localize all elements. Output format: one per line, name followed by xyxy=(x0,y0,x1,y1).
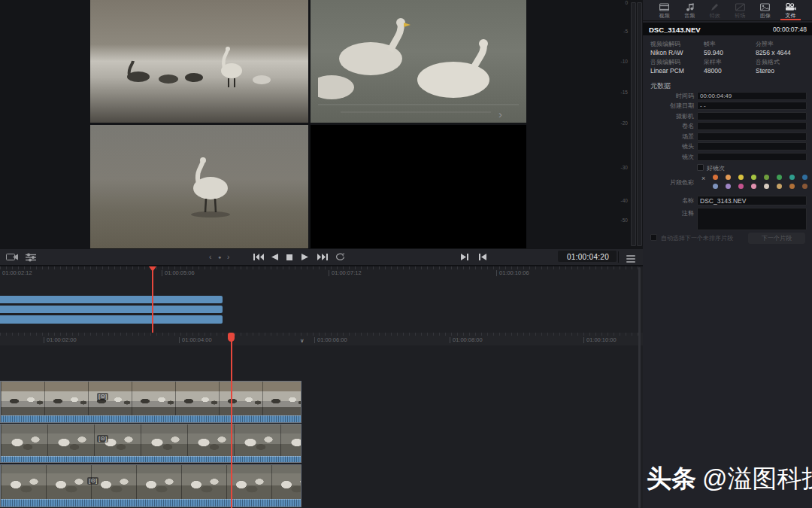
next-clip-button[interactable]: 下一个片段 xyxy=(748,233,805,244)
play-around-icon[interactable] xyxy=(461,251,468,263)
timeline[interactable]: 01:00:02:00 01:00:04:00 01:00:06:00 01:0… xyxy=(0,333,643,508)
timeline-ruler[interactable]: 01:00:02:00 01:00:04:00 01:00:06:00 01:0… xyxy=(0,333,643,345)
auto-select-label: 自动选择下一个未排序片段 xyxy=(661,236,733,242)
name-field[interactable] xyxy=(697,196,807,205)
notes-field[interactable] xyxy=(697,208,807,230)
timeline-clip-3[interactable]: [⊙] xyxy=(0,464,301,507)
trim-left-icon[interactable]: ‹ xyxy=(209,251,211,263)
watermark: 头条@溢图科技 xyxy=(647,464,812,494)
timeline-clip-1[interactable]: [⊙] xyxy=(0,381,301,423)
video-codec-label: 视频编解码 xyxy=(650,41,680,47)
clip-color-swatch[interactable] xyxy=(726,175,731,180)
clip-color-swatch[interactable] xyxy=(751,175,756,180)
trim-point-icon[interactable]: ● xyxy=(218,251,221,263)
timecode-field[interactable] xyxy=(697,92,807,100)
tab-transition[interactable]: 转场 xyxy=(728,0,753,20)
tab-audio[interactable]: 音频 xyxy=(677,0,702,20)
mini-track-audio2[interactable] xyxy=(0,315,223,324)
image-icon xyxy=(760,3,770,11)
camera-label: 摄影机 xyxy=(643,114,694,120)
clip-color-swatch[interactable] xyxy=(764,175,769,180)
playhead[interactable] xyxy=(231,333,232,508)
date-created-field[interactable] xyxy=(697,102,807,110)
ruler-label: 01:00:05:06 xyxy=(162,270,195,276)
skip-to-start-icon[interactable] xyxy=(253,251,264,263)
audio-sync-badge: [⊙] xyxy=(87,477,98,485)
timeline-options-menu-icon[interactable] xyxy=(626,251,635,265)
sample-rate-value: 48000 xyxy=(704,68,722,75)
clip-color-label: 片段色彩 xyxy=(643,180,694,186)
tab-effects[interactable]: 特效 xyxy=(702,0,727,20)
clip-filename: DSC_3143.NEV xyxy=(649,26,701,34)
roll-label: 卷名 xyxy=(643,123,694,129)
playhead-timecode: 01:00:04:20 xyxy=(562,253,614,261)
transition-icon xyxy=(735,3,745,11)
watermark-bold: 头条 xyxy=(647,464,696,492)
play-reverse-icon[interactable] xyxy=(271,251,278,263)
mini-timeline[interactable]: 01:00:02:12 01:00:05:06 01:00:07:12 01:0… xyxy=(0,266,643,334)
play-icon[interactable] xyxy=(301,251,308,263)
audio-meters: 0 -5 -10 -15 -20 -30 -40 -50 xyxy=(615,0,643,249)
clip-color-swatch[interactable] xyxy=(789,175,795,180)
clip-color-swatch[interactable] xyxy=(802,184,807,189)
clip-color-swatch[interactable] xyxy=(789,184,795,189)
loop-icon[interactable] xyxy=(335,251,345,263)
clip-color-swatch[interactable] xyxy=(738,184,744,189)
next-clip-chevron-icon[interactable]: › xyxy=(498,108,502,120)
clip-thumbnails xyxy=(1,465,301,499)
timeline-tools-icon[interactable] xyxy=(26,251,38,263)
stop-icon[interactable] xyxy=(286,251,292,263)
source-clip-mode-icon[interactable] xyxy=(6,251,19,263)
video-icon xyxy=(659,3,669,11)
mini-timeline-ruler[interactable] xyxy=(0,266,643,269)
mini-track-video[interactable] xyxy=(0,296,223,303)
frame-rate-value: 59.940 xyxy=(704,50,723,56)
mini-track-audio1[interactable] xyxy=(0,306,223,313)
clip-color-swatch[interactable] xyxy=(777,184,782,189)
inspector-panel: 视频 音频 特效 转场 图像 文件 xyxy=(643,0,812,508)
clip-title-bar: DSC_3143.NEV 00:00:07:48 xyxy=(643,23,812,35)
clip-color-swatch[interactable] xyxy=(738,175,744,180)
notes-label: 注释 xyxy=(643,211,694,217)
roll-field[interactable] xyxy=(697,122,807,130)
clip-color-swatch[interactable] xyxy=(777,175,782,180)
skip-to-end-icon[interactable] xyxy=(317,251,328,263)
active-tab-underline xyxy=(780,19,801,20)
clip-color-none[interactable]: × xyxy=(701,175,705,182)
clip-color-swatch[interactable] xyxy=(713,184,718,189)
tab-file[interactable]: 文件 xyxy=(778,0,803,20)
transport-bar: ‹ ● › 01:00:04:20 xyxy=(0,249,643,266)
source-preview-top-right[interactable]: › xyxy=(311,0,526,123)
camera-field[interactable] xyxy=(697,112,807,120)
take-field[interactable] xyxy=(697,153,807,161)
meter-db-label: -30 xyxy=(615,166,628,171)
tab-image[interactable]: 图像 xyxy=(753,0,777,20)
shot-label: 镜头 xyxy=(643,144,694,150)
clip-color-swatch[interactable] xyxy=(764,184,769,189)
good-take-checkbox[interactable] xyxy=(697,164,704,171)
tab-video[interactable]: 视频 xyxy=(652,0,677,20)
timeline-clip-2[interactable]: [⊙] xyxy=(0,424,301,463)
source-preview-bottom-right-empty[interactable] xyxy=(311,125,526,248)
swan-illustration xyxy=(318,15,519,120)
clip-color-swatch[interactable] xyxy=(751,184,756,189)
mini-playhead[interactable] xyxy=(152,266,153,333)
clip-end-marker-icon: ∨ xyxy=(298,338,304,344)
ruler-label: 01:00:10:00 xyxy=(583,337,617,343)
clip-audio-waveform xyxy=(1,456,301,462)
scene-field[interactable] xyxy=(697,132,807,141)
meter-db-label: -20 xyxy=(615,121,628,126)
clip-color-swatch[interactable] xyxy=(726,184,731,189)
clip-audio-waveform xyxy=(1,499,301,506)
match-frame-icon[interactable] xyxy=(479,251,486,263)
trim-right-icon[interactable]: › xyxy=(227,251,229,263)
shot-field[interactable] xyxy=(697,142,807,151)
source-preview-top-left[interactable] xyxy=(90,0,308,123)
clip-color-swatch[interactable] xyxy=(802,175,807,180)
audio-sync-badge: [⊙] xyxy=(97,435,108,443)
auto-select-checkbox[interactable] xyxy=(650,234,657,241)
timeline-scrollbar[interactable] xyxy=(638,267,641,508)
meter-db-label: -15 xyxy=(615,90,628,96)
clip-color-swatch[interactable] xyxy=(713,175,718,180)
source-preview-bottom-left[interactable] xyxy=(90,125,308,248)
